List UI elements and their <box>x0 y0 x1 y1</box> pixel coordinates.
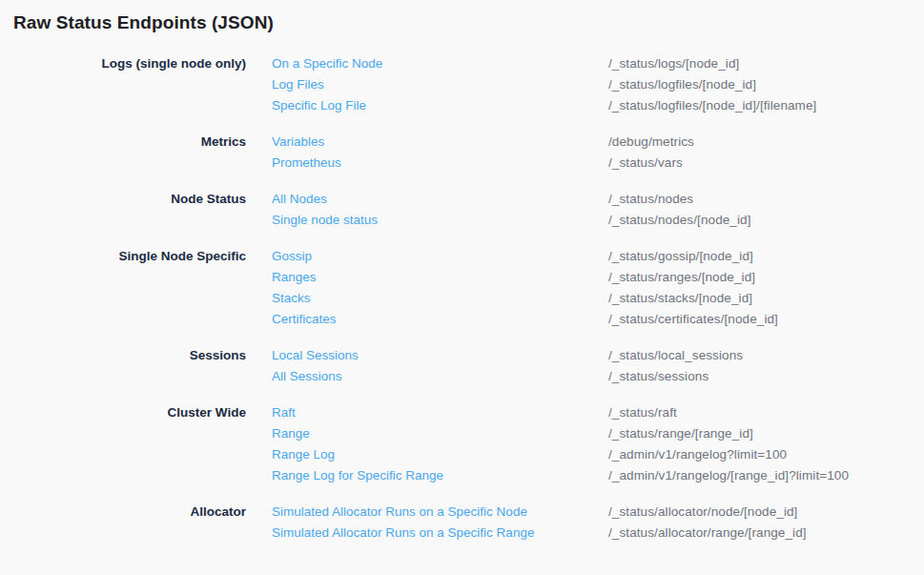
endpoint-link[interactable]: All Sessions <box>272 366 608 387</box>
endpoint-link[interactable]: Simulated Allocator Runs on a Specific R… <box>272 523 608 544</box>
endpoint-link[interactable]: Stacks <box>272 288 608 309</box>
group-path-list: /_status/local_sessions/_status/sessions <box>608 345 911 387</box>
group-category-label: Metrics <box>13 132 246 153</box>
endpoint-group: Node Status All NodesSingle node status … <box>13 189 911 231</box>
endpoint-path: /_status/ranges/[node_id] <box>608 267 911 288</box>
endpoint-link[interactable]: Prometheus <box>272 153 608 174</box>
endpoint-link[interactable]: Specific Log File <box>272 95 608 116</box>
endpoint-group: Allocator Simulated Allocator Runs on a … <box>13 502 911 544</box>
endpoint-path: /_status/local_sessions <box>608 345 911 366</box>
endpoint-link[interactable]: Range Log <box>272 444 608 465</box>
endpoint-link[interactable]: Range Log for Specific Range <box>272 465 608 486</box>
endpoint-path: /_status/logfiles/[node_id] <box>608 74 911 95</box>
endpoint-path: /_status/stacks/[node_id] <box>608 288 911 309</box>
group-path-list: /_status/allocator/node/[node_id]/_statu… <box>608 502 911 544</box>
endpoint-link[interactable]: Range <box>272 423 608 444</box>
group-path-list: /_status/gossip/[node_id]/_status/ranges… <box>608 246 911 330</box>
group-category-label: Logs (single node only) <box>13 53 246 74</box>
endpoint-group: Logs (single node only) On a Specific No… <box>13 53 911 116</box>
group-category-label: Allocator <box>13 502 246 523</box>
endpoint-path: /_status/logs/[node_id] <box>608 53 911 74</box>
debug-endpoints-page: Raw Status Endpoints (JSON) Logs (single… <box>0 0 924 575</box>
endpoint-link[interactable]: Ranges <box>272 267 608 288</box>
endpoint-link[interactable]: Certificates <box>272 309 608 330</box>
endpoint-path: /_status/raft <box>608 402 911 423</box>
endpoint-path: /_status/logfiles/[node_id]/[filename] <box>608 95 911 116</box>
endpoint-path: /debug/metrics <box>608 132 911 153</box>
group-link-list: On a Specific NodeLog FilesSpecific Log … <box>272 53 608 116</box>
endpoint-groups: Logs (single node only) On a Specific No… <box>13 53 911 544</box>
endpoint-group: Sessions Local SessionsAll Sessions /_st… <box>13 345 911 387</box>
group-path-list: /_status/nodes/_status/nodes/[node_id] <box>608 189 911 231</box>
group-link-list: RaftRangeRange LogRange Log for Specific… <box>272 402 608 486</box>
group-path-list: /debug/metrics/_status/vars <box>608 132 911 174</box>
endpoint-group: Single Node Specific GossipRangesStacksC… <box>13 246 911 330</box>
group-category-label: Sessions <box>13 345 246 366</box>
endpoint-path: /_status/allocator/node/[node_id] <box>608 502 911 523</box>
group-link-list: Local SessionsAll Sessions <box>272 345 608 387</box>
endpoint-link[interactable]: Single node status <box>272 210 608 231</box>
endpoint-path: /_status/sessions <box>608 366 911 387</box>
endpoint-path: /_status/vars <box>608 153 911 174</box>
endpoint-group: Cluster Wide RaftRangeRange LogRange Log… <box>13 402 911 486</box>
endpoint-link[interactable]: Local Sessions <box>272 345 608 366</box>
group-link-list: GossipRangesStacksCertificates <box>272 246 608 330</box>
endpoint-link[interactable]: Variables <box>272 132 608 153</box>
group-link-list: All NodesSingle node status <box>272 189 608 231</box>
endpoint-link[interactable]: Raft <box>272 402 608 423</box>
endpoint-path: /_status/allocator/range/[range_id] <box>608 523 911 544</box>
endpoint-link[interactable]: All Nodes <box>272 189 608 210</box>
page-title: Raw Status Endpoints (JSON) <box>13 11 911 34</box>
endpoint-path: /_admin/v1/rangelog?limit=100 <box>608 444 911 465</box>
endpoint-path: /_status/nodes <box>608 189 911 210</box>
endpoint-path: /_admin/v1/rangelog/[range_id]?limit=100 <box>608 465 911 486</box>
endpoint-path: /_status/certificates/[node_id] <box>608 309 911 330</box>
group-path-list: /_status/raft/_status/range/[range_id]/_… <box>608 402 911 486</box>
endpoint-path: /_status/nodes/[node_id] <box>608 210 911 231</box>
endpoint-link[interactable]: On a Specific Node <box>272 53 608 74</box>
endpoint-path: /_status/gossip/[node_id] <box>608 246 911 267</box>
endpoint-link[interactable]: Log Files <box>272 74 608 95</box>
endpoint-link[interactable]: Gossip <box>272 246 608 267</box>
endpoint-path: /_status/range/[range_id] <box>608 423 911 444</box>
group-category-label: Node Status <box>13 189 246 210</box>
group-category-label: Cluster Wide <box>13 402 246 423</box>
group-link-list: Simulated Allocator Runs on a Specific N… <box>272 502 608 544</box>
group-category-label: Single Node Specific <box>13 246 246 267</box>
group-path-list: /_status/logs/[node_id]/_status/logfiles… <box>608 53 911 116</box>
group-link-list: VariablesPrometheus <box>272 132 608 174</box>
endpoint-group: Metrics VariablesPrometheus /debug/metri… <box>13 132 911 174</box>
endpoint-link[interactable]: Simulated Allocator Runs on a Specific N… <box>272 502 608 523</box>
